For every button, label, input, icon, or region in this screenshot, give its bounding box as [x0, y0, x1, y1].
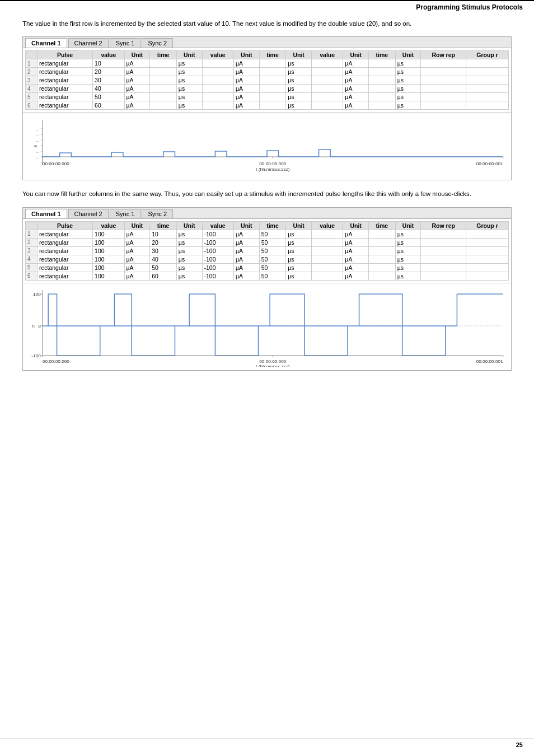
cell-un2[interactable]: µs — [286, 59, 312, 68]
cell-u2[interactable]: µA — [233, 85, 259, 93]
cell-t2[interactable]: 50 — [259, 246, 286, 255]
cell-u1[interactable]: µA — [124, 263, 150, 272]
cell-u2[interactable]: µA — [233, 272, 259, 280]
cell-t1[interactable] — [150, 59, 177, 68]
cell-v1[interactable]: 60 — [93, 101, 124, 110]
cell-v2[interactable]: -100 — [202, 230, 233, 238]
cell-u3[interactable]: µA — [343, 101, 369, 110]
cell-v1[interactable]: 10 — [93, 59, 124, 68]
cell-u2[interactable]: µA — [233, 246, 259, 255]
cell-rr[interactable] — [421, 263, 466, 272]
cell-un1[interactable]: µs — [176, 68, 202, 76]
cell-rr[interactable] — [421, 238, 466, 246]
cell-u2[interactable]: µA — [233, 238, 259, 246]
cell-u2[interactable]: µA — [233, 263, 259, 272]
cell-t2[interactable]: 50 — [259, 263, 286, 272]
cell-un1[interactable]: µs — [176, 76, 202, 85]
cell-un2[interactable]: µs — [286, 101, 312, 110]
cell-un2[interactable]: µs — [286, 238, 312, 246]
cell-t1[interactable]: 40 — [150, 255, 177, 263]
cell-v2[interactable] — [202, 85, 233, 93]
cell-v1[interactable]: 20 — [93, 68, 124, 76]
cell-t2[interactable] — [259, 59, 286, 68]
cell-un2[interactable]: µs — [286, 85, 312, 93]
cell-t3[interactable] — [369, 85, 396, 93]
cell-v3[interactable] — [311, 263, 343, 272]
cell-t1[interactable]: 20 — [150, 238, 177, 246]
cell-u1[interactable]: µA — [124, 68, 150, 76]
tab2-sync1[interactable]: Sync 1 — [110, 209, 141, 218]
cell-v1[interactable]: 30 — [93, 76, 124, 85]
cell-t1[interactable]: 50 — [150, 263, 177, 272]
cell-v2[interactable]: -100 — [202, 255, 233, 263]
cell-v2[interactable]: -100 — [202, 246, 233, 255]
cell-t2[interactable] — [259, 93, 286, 101]
cell-t1[interactable]: 60 — [150, 272, 177, 280]
cell-t1[interactable] — [150, 101, 177, 110]
cell-v1[interactable]: 100 — [93, 230, 124, 238]
cell-v1[interactable]: 100 — [93, 272, 124, 280]
cell-v1[interactable]: 40 — [93, 85, 124, 93]
cell-u3[interactable]: µA — [343, 263, 369, 272]
cell-v1[interactable]: 100 — [93, 255, 124, 263]
cell-un1[interactable]: µs — [176, 85, 202, 93]
cell-un3[interactable]: µs — [395, 238, 421, 246]
cell-gr[interactable] — [466, 230, 509, 238]
cell-pulse[interactable]: rectangular — [37, 255, 92, 263]
cell-un2[interactable]: µs — [286, 246, 312, 255]
cell-v2[interactable] — [202, 68, 233, 76]
cell-gr[interactable] — [466, 76, 509, 85]
cell-v3[interactable] — [311, 230, 343, 238]
cell-u1[interactable]: µA — [124, 272, 150, 280]
cell-un1[interactable]: µs — [176, 59, 202, 68]
cell-pulse[interactable]: rectangular — [37, 101, 92, 110]
cell-pulse[interactable]: rectangular — [37, 85, 92, 93]
cell-t2[interactable] — [259, 85, 286, 93]
cell-rr[interactable] — [421, 93, 466, 101]
cell-v3[interactable] — [311, 246, 343, 255]
cell-u3[interactable]: µA — [343, 238, 369, 246]
cell-un1[interactable]: µs — [176, 263, 202, 272]
cell-un2[interactable]: µs — [286, 272, 312, 280]
cell-un2[interactable]: µs — [286, 76, 312, 85]
tab-sync1[interactable]: Sync 1 — [110, 38, 141, 48]
cell-v2[interactable]: -100 — [202, 263, 233, 272]
cell-gr[interactable] — [466, 255, 509, 263]
cell-v3[interactable] — [311, 272, 343, 280]
cell-gr[interactable] — [466, 59, 509, 68]
cell-un1[interactable]: µs — [176, 255, 202, 263]
cell-rr[interactable] — [421, 272, 466, 280]
cell-v1[interactable]: 100 — [93, 263, 124, 272]
cell-u3[interactable]: µA — [343, 68, 369, 76]
cell-gr[interactable] — [466, 101, 509, 110]
cell-t3[interactable] — [369, 246, 396, 255]
cell-t3[interactable] — [369, 272, 396, 280]
cell-un2[interactable]: µs — [286, 230, 312, 238]
cell-v2[interactable] — [202, 76, 233, 85]
cell-t2[interactable]: 50 — [259, 230, 286, 238]
cell-u3[interactable]: µA — [343, 93, 369, 101]
cell-pulse[interactable]: rectangular — [37, 68, 92, 76]
cell-u2[interactable]: µA — [233, 59, 259, 68]
cell-un3[interactable]: µs — [395, 263, 421, 272]
cell-u3[interactable]: µA — [343, 76, 369, 85]
cell-un2[interactable]: µs — [286, 68, 312, 76]
cell-v3[interactable] — [311, 68, 343, 76]
cell-u2[interactable]: µA — [233, 76, 259, 85]
cell-rr[interactable] — [421, 85, 466, 93]
cell-un1[interactable]: µs — [176, 272, 202, 280]
cell-t1[interactable]: 10 — [150, 230, 177, 238]
cell-v2[interactable]: -100 — [202, 272, 233, 280]
cell-gr[interactable] — [466, 263, 509, 272]
cell-t3[interactable] — [369, 68, 396, 76]
cell-v2[interactable]: -100 — [202, 238, 233, 246]
tab2-sync2[interactable]: Sync 2 — [142, 209, 173, 218]
cell-t1[interactable] — [150, 93, 177, 101]
cell-t1[interactable] — [150, 85, 177, 93]
cell-u1[interactable]: µA — [124, 76, 150, 85]
cell-v3[interactable] — [311, 93, 343, 101]
cell-u2[interactable]: µA — [233, 68, 259, 76]
cell-v3[interactable] — [311, 76, 343, 85]
tab2-channel2[interactable]: Channel 2 — [68, 209, 109, 218]
cell-gr[interactable] — [466, 246, 509, 255]
